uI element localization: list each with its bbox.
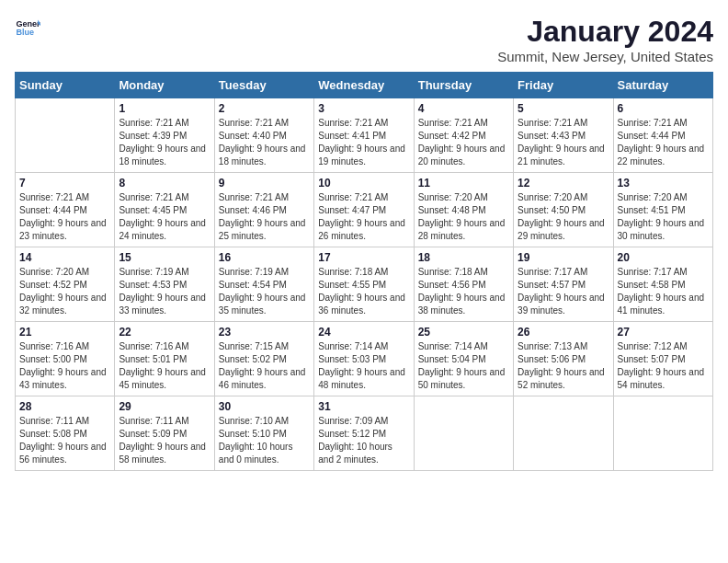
week-row-1: 1Sunrise: 7:21 AMSunset: 4:39 PMDaylight…: [16, 98, 713, 173]
day-info: Sunrise: 7:14 AMSunset: 5:03 PMDaylight:…: [318, 340, 409, 392]
table-cell: 4Sunrise: 7:21 AMSunset: 4:42 PMDaylight…: [414, 98, 513, 173]
day-info: Sunrise: 7:21 AMSunset: 4:43 PMDaylight:…: [518, 117, 609, 168]
day-number: 17: [318, 251, 409, 264]
table-cell: 21Sunrise: 7:16 AMSunset: 5:00 PMDayligh…: [16, 322, 115, 396]
week-row-2: 7Sunrise: 7:21 AMSunset: 4:44 PMDaylight…: [16, 173, 713, 247]
day-info: Sunrise: 7:21 AMSunset: 4:47 PMDaylight:…: [318, 191, 409, 243]
day-number: 25: [418, 326, 509, 339]
day-info: Sunrise: 7:21 AMSunset: 4:41 PMDaylight:…: [318, 117, 409, 168]
table-cell: 18Sunrise: 7:18 AMSunset: 4:56 PMDayligh…: [414, 247, 513, 322]
col-friday: Friday: [514, 73, 613, 98]
day-number: 15: [119, 251, 210, 264]
day-info: Sunrise: 7:11 AMSunset: 5:08 PMDaylight:…: [19, 415, 110, 466]
day-info: Sunrise: 7:21 AMSunset: 4:44 PMDaylight:…: [618, 117, 709, 168]
day-number: 8: [119, 177, 210, 190]
day-number: 27: [618, 326, 709, 339]
day-info: Sunrise: 7:21 AMSunset: 4:42 PMDaylight:…: [418, 117, 509, 168]
day-number: 2: [219, 102, 310, 115]
week-row-5: 28Sunrise: 7:11 AMSunset: 5:08 PMDayligh…: [16, 396, 713, 471]
col-wednesday: Wednesday: [314, 73, 414, 98]
table-cell: [613, 396, 712, 471]
table-cell: 7Sunrise: 7:21 AMSunset: 4:44 PMDaylight…: [16, 173, 115, 247]
day-number: 13: [618, 177, 709, 190]
day-info: Sunrise: 7:14 AMSunset: 5:04 PMDaylight:…: [418, 340, 509, 392]
day-number: 5: [518, 102, 609, 115]
day-info: Sunrise: 7:10 AMSunset: 5:10 PMDaylight:…: [219, 415, 310, 466]
day-number: 19: [518, 251, 609, 264]
col-monday: Monday: [115, 73, 214, 98]
header: General Blue January 2024 Summit, New Je…: [15, 15, 713, 64]
day-info: Sunrise: 7:20 AMSunset: 4:51 PMDaylight:…: [618, 191, 709, 243]
day-info: Sunrise: 7:12 AMSunset: 5:07 PMDaylight:…: [618, 340, 709, 392]
table-cell: 16Sunrise: 7:19 AMSunset: 4:54 PMDayligh…: [214, 247, 313, 322]
week-row-4: 21Sunrise: 7:16 AMSunset: 5:00 PMDayligh…: [16, 322, 713, 396]
table-cell: 14Sunrise: 7:20 AMSunset: 4:52 PMDayligh…: [16, 247, 115, 322]
logo: General Blue: [15, 15, 40, 40]
main-title: January 2024: [497, 15, 713, 49]
day-info: Sunrise: 7:21 AMSunset: 4:44 PMDaylight:…: [19, 191, 110, 243]
table-cell: 23Sunrise: 7:15 AMSunset: 5:02 PMDayligh…: [214, 322, 313, 396]
svg-text:General: General: [16, 19, 40, 29]
table-cell: 30Sunrise: 7:10 AMSunset: 5:10 PMDayligh…: [214, 396, 313, 471]
day-number: 29: [119, 400, 210, 413]
day-info: Sunrise: 7:21 AMSunset: 4:40 PMDaylight:…: [219, 117, 310, 168]
table-cell: 5Sunrise: 7:21 AMSunset: 4:43 PMDaylight…: [514, 98, 613, 173]
table-cell: 17Sunrise: 7:18 AMSunset: 4:55 PMDayligh…: [314, 247, 414, 322]
day-info: Sunrise: 7:13 AMSunset: 5:06 PMDaylight:…: [518, 340, 609, 392]
col-tuesday: Tuesday: [214, 73, 313, 98]
subtitle: Summit, New Jersey, United States: [497, 49, 713, 64]
day-number: 20: [618, 251, 709, 264]
day-info: Sunrise: 7:21 AMSunset: 4:45 PMDaylight:…: [119, 191, 210, 243]
table-cell: 29Sunrise: 7:11 AMSunset: 5:09 PMDayligh…: [115, 396, 214, 471]
day-number: 7: [19, 177, 110, 190]
day-number: 31: [318, 400, 409, 413]
table-cell: 22Sunrise: 7:16 AMSunset: 5:01 PMDayligh…: [115, 322, 214, 396]
day-info: Sunrise: 7:18 AMSunset: 4:55 PMDaylight:…: [318, 266, 409, 317]
day-number: 16: [219, 251, 310, 264]
day-info: Sunrise: 7:15 AMSunset: 5:02 PMDaylight:…: [219, 340, 310, 392]
day-number: 10: [318, 177, 409, 190]
day-info: Sunrise: 7:11 AMSunset: 5:09 PMDaylight:…: [119, 415, 210, 466]
day-info: Sunrise: 7:21 AMSunset: 4:46 PMDaylight:…: [219, 191, 310, 243]
day-number: 9: [219, 177, 310, 190]
col-saturday: Saturday: [613, 73, 712, 98]
day-number: 1: [119, 102, 210, 115]
col-thursday: Thursday: [414, 73, 513, 98]
day-info: Sunrise: 7:16 AMSunset: 5:00 PMDaylight:…: [19, 340, 110, 392]
table-cell: 28Sunrise: 7:11 AMSunset: 5:08 PMDayligh…: [16, 396, 115, 471]
table-cell: 2Sunrise: 7:21 AMSunset: 4:40 PMDaylight…: [214, 98, 313, 173]
table-cell: 27Sunrise: 7:12 AMSunset: 5:07 PMDayligh…: [613, 322, 712, 396]
title-area: January 2024 Summit, New Jersey, United …: [497, 15, 713, 64]
table-cell: 25Sunrise: 7:14 AMSunset: 5:04 PMDayligh…: [414, 322, 513, 396]
table-cell: 8Sunrise: 7:21 AMSunset: 4:45 PMDaylight…: [115, 173, 214, 247]
day-info: Sunrise: 7:19 AMSunset: 4:54 PMDaylight:…: [219, 266, 310, 317]
table-cell: 31Sunrise: 7:09 AMSunset: 5:12 PMDayligh…: [314, 396, 414, 471]
day-info: Sunrise: 7:20 AMSunset: 4:48 PMDaylight:…: [418, 191, 509, 243]
day-number: 3: [318, 102, 409, 115]
table-cell: 20Sunrise: 7:17 AMSunset: 4:58 PMDayligh…: [613, 247, 712, 322]
day-number: 23: [219, 326, 310, 339]
table-cell: [414, 396, 513, 471]
day-info: Sunrise: 7:21 AMSunset: 4:39 PMDaylight:…: [119, 117, 210, 168]
table-cell: 6Sunrise: 7:21 AMSunset: 4:44 PMDaylight…: [613, 98, 712, 173]
day-number: 14: [19, 251, 110, 264]
table-cell: 24Sunrise: 7:14 AMSunset: 5:03 PMDayligh…: [314, 322, 414, 396]
day-info: Sunrise: 7:18 AMSunset: 4:56 PMDaylight:…: [418, 266, 509, 317]
day-info: Sunrise: 7:17 AMSunset: 4:58 PMDaylight:…: [618, 266, 709, 317]
day-info: Sunrise: 7:20 AMSunset: 4:52 PMDaylight:…: [19, 266, 110, 317]
week-row-3: 14Sunrise: 7:20 AMSunset: 4:52 PMDayligh…: [16, 247, 713, 322]
table-cell: 3Sunrise: 7:21 AMSunset: 4:41 PMDaylight…: [314, 98, 414, 173]
table-cell: 19Sunrise: 7:17 AMSunset: 4:57 PMDayligh…: [514, 247, 613, 322]
day-number: 28: [19, 400, 110, 413]
day-number: 26: [518, 326, 609, 339]
table-cell: 13Sunrise: 7:20 AMSunset: 4:51 PMDayligh…: [613, 173, 712, 247]
logo-icon: General Blue: [15, 15, 40, 40]
day-info: Sunrise: 7:20 AMSunset: 4:50 PMDaylight:…: [518, 191, 609, 243]
table-cell: 10Sunrise: 7:21 AMSunset: 4:47 PMDayligh…: [314, 173, 414, 247]
day-number: 6: [618, 102, 709, 115]
table-cell: 26Sunrise: 7:13 AMSunset: 5:06 PMDayligh…: [514, 322, 613, 396]
day-number: 30: [219, 400, 310, 413]
calendar-table: Sunday Monday Tuesday Wednesday Thursday…: [15, 72, 713, 471]
table-cell: 1Sunrise: 7:21 AMSunset: 4:39 PMDaylight…: [115, 98, 214, 173]
table-cell: 11Sunrise: 7:20 AMSunset: 4:48 PMDayligh…: [414, 173, 513, 247]
